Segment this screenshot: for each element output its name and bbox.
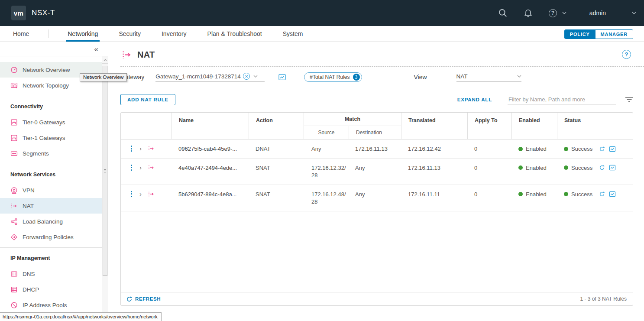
sidebar-item-forwarding-policies[interactable]: Forwarding Policies	[0, 229, 102, 245]
cell-destination: 172.16.11.13	[348, 145, 401, 153]
vpn-lock-icon	[10, 187, 18, 194]
row-expand-icon[interactable]: ›	[139, 191, 142, 197]
sidebar-item-vpn[interactable]: VPN	[0, 182, 102, 198]
filter-icon[interactable]	[625, 97, 633, 102]
cell-enabled: Enabled	[511, 164, 557, 172]
vmware-logo: vm	[11, 6, 26, 20]
sidebar-item-load-balancing[interactable]: Load Balancing	[0, 214, 102, 229]
filter-input[interactable]	[508, 95, 616, 104]
sidebar-item-dhcp[interactable]: DHCP	[0, 282, 102, 297]
expand-all-button[interactable]: EXPAND ALL	[457, 97, 492, 102]
sidebar-item-segments[interactable]: Segments	[0, 146, 102, 161]
view-label: View	[414, 74, 427, 81]
sidebar-item-label: Network Topology	[23, 82, 69, 89]
nat-rule-icon	[148, 145, 155, 152]
table-footer: REFRESH 1 - 3 of 3 NAT Rules	[121, 292, 633, 305]
cell-name[interactable]: 4e40a747-2494-4ede...	[172, 164, 249, 172]
forwarding-policies-icon	[10, 233, 18, 241]
sidebar-collapse-row: «	[0, 42, 108, 56]
enabled-status-dot	[518, 165, 523, 170]
cell-name[interactable]: 5b629047-894c-4e8a...	[172, 191, 249, 198]
tab-system[interactable]: System	[281, 26, 305, 42]
page-help-icon[interactable]: ?	[622, 50, 631, 59]
cell-action: SNAT	[249, 191, 304, 198]
sidebar-divider	[0, 247, 102, 248]
view-select-value: NAT	[456, 73, 468, 80]
app-header: vm NSX-T ? admin	[0, 0, 644, 26]
sidebar-scrollbar[interactable]	[102, 56, 108, 321]
tab-home[interactable]: Home	[11, 26, 31, 42]
view-select[interactable]: NAT	[456, 73, 521, 81]
row-expand-icon[interactable]: ›	[139, 146, 142, 151]
help-menu-icon[interactable]: ?	[549, 9, 566, 17]
manager-mode-button[interactable]: MANAGER	[595, 30, 633, 39]
dhcp-icon	[10, 286, 18, 293]
sidebar-item-ip-address-pools[interactable]: IP Address Pools	[0, 297, 102, 313]
cell-action: DNAT	[249, 145, 304, 153]
refresh-status-icon[interactable]	[599, 146, 605, 152]
metrics-icon[interactable]	[609, 146, 616, 152]
column-header-match: Match	[304, 113, 401, 126]
cell-destination: Any	[348, 191, 401, 198]
row-menu-icon[interactable]	[129, 145, 133, 152]
sidebar-item-label: DHCP	[23, 286, 39, 293]
cell-enabled: Enabled	[511, 145, 557, 153]
search-icon[interactable]	[498, 8, 508, 18]
tooltip: Network Overview	[80, 73, 127, 81]
total-rules-count: 3	[353, 74, 360, 81]
row-menu-icon[interactable]	[129, 190, 133, 198]
column-header-destination: Destination	[349, 126, 401, 139]
row-expand-icon[interactable]: ›	[139, 165, 142, 170]
sidebar-item-tier0-gateways[interactable]: Tier-0 Gateways	[0, 114, 102, 130]
gateway-metrics-icon[interactable]	[278, 74, 286, 81]
column-header-enabled: Enabled	[511, 113, 557, 139]
tab-networking[interactable]: Networking	[66, 26, 100, 42]
column-header-translated: Translated	[401, 113, 467, 139]
notifications-bell-icon[interactable]	[524, 9, 533, 18]
sidebar-section-connectivity: Connectivity	[0, 99, 102, 114]
clear-selection-icon[interactable]: ✕	[243, 73, 250, 80]
sidebar-item-nat[interactable]: NAT	[0, 198, 102, 214]
gateway-select[interactable]: Gateway_1-mcm1049-17328714 ✕	[155, 73, 265, 81]
sidebar-item-label: DNS	[23, 271, 35, 277]
table-header: Name Action Match Source Destination Tra…	[121, 113, 633, 139]
sidebar-divider	[0, 164, 102, 164]
pagination-text: 1 - 3 of 3 NAT Rules	[580, 296, 627, 302]
sidebar-divider	[0, 96, 102, 96]
metrics-icon[interactable]	[609, 191, 616, 197]
row-menu-icon[interactable]	[129, 164, 133, 172]
scrollbar-grip	[104, 169, 106, 173]
cell-name[interactable]: 096275f5-cab4-45e9-...	[172, 145, 249, 153]
cell-translated: 172.16.11.13	[401, 164, 467, 172]
main-content: NAT ? Gateway Gateway_1-mcm1049-17328714…	[108, 42, 644, 321]
nat-rules-table: Name Action Match Source Destination Tra…	[120, 112, 633, 306]
cell-translated: 172.16.12.42	[401, 145, 467, 153]
refresh-status-icon[interactable]	[599, 165, 605, 171]
table-row: › 5b629047-894c-4e8a... SNAT 172.16.12.4…	[121, 185, 633, 211]
policy-manager-toggle: POLICY MANAGER	[564, 29, 633, 39]
policy-mode-button[interactable]: POLICY	[565, 30, 595, 39]
sidebar: « Network Overview Network Topology Conn…	[0, 42, 108, 321]
gateway-select-value: Gateway_1-mcm1049-17328714	[155, 73, 242, 80]
help-icon: ?	[549, 9, 557, 17]
enabled-status-dot	[518, 192, 523, 196]
success-status-dot	[564, 147, 568, 151]
metrics-icon[interactable]	[609, 165, 616, 171]
scrollbar-thumb[interactable]	[103, 66, 107, 276]
column-header-apply-to: Apply To	[467, 113, 511, 139]
tab-plan-troubleshoot[interactable]: Plan & Troubleshoot	[206, 26, 264, 42]
user-menu[interactable]: admin	[589, 10, 636, 16]
add-nat-rule-button[interactable]: ADD NAT RULE	[120, 94, 175, 105]
ip-pools-icon	[10, 302, 18, 309]
scrollbar-up-arrow[interactable]	[102, 56, 108, 64]
refresh-button[interactable]: REFRESH	[126, 296, 161, 302]
collapse-sidebar-icon[interactable]: «	[94, 45, 98, 53]
sidebar-item-dns[interactable]: DNS	[0, 266, 102, 282]
sidebar-item-tier1-gateways[interactable]: Tier-1 Gateways	[0, 130, 102, 146]
tab-security[interactable]: Security	[117, 26, 142, 42]
refresh-status-icon[interactable]	[599, 191, 605, 197]
tab-inventory[interactable]: Inventory	[160, 26, 188, 42]
cell-translated: 172.16.11.11	[401, 191, 467, 198]
cell-status: Success	[557, 164, 633, 172]
cell-destination: Any	[348, 164, 401, 172]
